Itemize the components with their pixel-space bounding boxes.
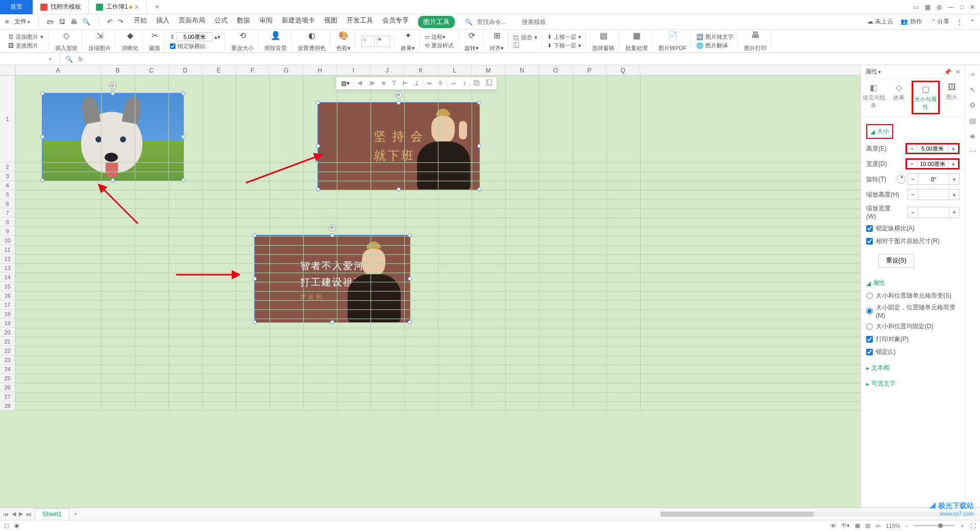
batch-button[interactable]: ▦批量处理 [621, 31, 652, 52]
tab-close-icon[interactable]: ✕ [134, 4, 139, 11]
expand-icon[interactable]: ⌃ [970, 18, 975, 26]
section-textbox[interactable]: ▸ 文本框 [866, 364, 960, 372]
row-header[interactable]: 15 [0, 282, 15, 291]
radio-move-size[interactable] [866, 293, 873, 299]
bring-forward-button[interactable]: ⬆ 上移一层▾ [547, 33, 581, 41]
section-properties[interactable]: ◢ 属性 [866, 279, 960, 287]
menu-tab-8[interactable]: 开发工具 [347, 16, 373, 28]
col-header[interactable]: F [236, 65, 270, 75]
translate-button[interactable]: 🌐 图片翻译 [696, 42, 733, 50]
panel-tab-picture[interactable]: 🖼图片 [940, 81, 965, 114]
rotate-spinner[interactable]: −＋ [908, 174, 960, 185]
relative-size-checkbox[interactable] [866, 238, 873, 245]
col-header[interactable]: P [573, 65, 606, 75]
status-record-icon[interactable]: ▢ [4, 522, 9, 529]
resize-handle[interactable] [181, 178, 185, 182]
reset-style-button[interactable]: ⟲ 重设样式 [425, 42, 454, 50]
style2-icon[interactable]: ☀ [377, 36, 390, 47]
new-tab-button[interactable]: ＋ [147, 2, 167, 12]
add-sheet-button[interactable]: ＋ [72, 510, 79, 518]
resize-handle[interactable] [316, 144, 320, 148]
lock-aspect-checkbox[interactable] [866, 225, 873, 232]
user-icon[interactable]: ◍ [937, 4, 942, 11]
cloud-status[interactable]: ☁ 未上云 [867, 17, 893, 26]
col-header[interactable]: A [15, 65, 101, 75]
rail-layers-icon[interactable]: ▤ [969, 116, 976, 125]
image-poster1[interactable]: ⟳ 坚 持 会 就下班 [317, 102, 480, 190]
sheet-tab-1[interactable]: Sheet1 [35, 509, 69, 519]
undo-icon[interactable]: ↶ [107, 18, 113, 26]
row-header[interactable]: 21 [0, 337, 15, 346]
zoom-out-button[interactable]: − [905, 523, 909, 529]
radio-move-only[interactable] [866, 308, 873, 315]
select-all-corner[interactable] [0, 65, 15, 75]
style1-icon[interactable]: ☼ [361, 36, 375, 47]
section-alt-text[interactable]: ▸ 可选文字 [866, 379, 960, 388]
col-header[interactable]: E [202, 65, 236, 75]
rail-style-icon[interactable]: ✧ [970, 70, 976, 79]
share-button[interactable]: ↗ 分享 [929, 17, 949, 26]
row-header[interactable]: 24 [0, 365, 15, 374]
ungroup-button[interactable]: ⿺ [513, 42, 537, 49]
row-header[interactable]: 8 [0, 218, 15, 227]
col-header[interactable]: I [337, 65, 371, 75]
panel-tab-fill[interactable]: ◧填充与线条 [861, 81, 886, 114]
rail-select-icon[interactable]: ↖ [970, 86, 976, 94]
image-dog[interactable]: ⟳ [42, 93, 184, 181]
print-icon[interactable]: 🖶 [70, 18, 77, 26]
tab-templates[interactable]: 找稻壳模板 [33, 0, 89, 14]
scale-h-spinner[interactable]: −＋ [908, 189, 960, 200]
row-header[interactable]: 1 [0, 76, 15, 162]
resize-handle[interactable] [316, 187, 320, 191]
search-command-input[interactable] [477, 18, 518, 26]
transparency-button[interactable]: ◐设置透明色 [293, 31, 330, 52]
row-header[interactable]: 2 [0, 162, 15, 172]
row-header[interactable]: 27 [0, 392, 15, 401]
resize-handle[interactable] [330, 233, 334, 237]
resize-handle[interactable] [40, 135, 44, 139]
resize-handle[interactable] [408, 277, 412, 281]
col-header[interactable]: B [101, 65, 135, 75]
menu-tab-5[interactable]: 审阅 [259, 16, 273, 28]
change-image-button[interactable]: 🖼 更改图片 [8, 42, 43, 50]
remove-bg-button[interactable]: 👤抠除背景 [260, 31, 291, 52]
col-header[interactable]: M [472, 65, 505, 75]
more-icon[interactable]: ⋮ [957, 18, 963, 26]
search-template-input[interactable] [522, 18, 562, 26]
ft-align-bot-icon[interactable]: ⊥ [411, 78, 422, 88]
menu-tab-3[interactable]: 公式 [214, 16, 228, 28]
save-icon[interactable]: 🖫 [59, 18, 65, 26]
menu-tab-4[interactable]: 数据 [237, 16, 250, 28]
row-header[interactable]: 5 [0, 190, 15, 199]
zoom-slider[interactable] [914, 525, 954, 526]
col-header[interactable]: C [135, 65, 168, 75]
rotate-button[interactable]: ⟳旋转▾ [460, 31, 483, 52]
fx-search-icon[interactable]: 🔍 [65, 56, 73, 63]
row-header[interactable]: 9 [0, 227, 15, 236]
rotate-handle-icon[interactable]: ⟳ [329, 224, 336, 231]
print-object-checkbox[interactable] [866, 336, 873, 343]
row-header[interactable]: 28 [0, 401, 15, 411]
sharpen-button[interactable]: ◆清晰化 [117, 31, 143, 52]
row-header[interactable]: 22 [0, 346, 15, 355]
lock-ratio-checkbox[interactable] [170, 43, 176, 49]
menu-tab-10[interactable]: 图片工具 [418, 16, 455, 28]
send-backward-button[interactable]: ⬇ 下移一层▾ [547, 42, 581, 50]
col-header[interactable]: J [371, 65, 404, 75]
menu-tab-9[interactable]: 会员专享 [382, 16, 409, 28]
open-icon[interactable]: 🗁 [47, 18, 54, 26]
view-page-icon[interactable]: ▭ [875, 522, 880, 529]
to-pdf-button[interactable]: 📄图片转PDF [654, 31, 691, 52]
resize-handle[interactable] [111, 178, 115, 182]
selection-pane-button[interactable]: ▤选择窗格 [588, 31, 619, 52]
redo-icon[interactable]: ↷ [118, 18, 124, 26]
col-header[interactable]: D [168, 65, 202, 75]
menu-tab-7[interactable]: 视图 [324, 16, 337, 28]
rotate-handle-icon[interactable]: ⟳ [109, 82, 116, 89]
row-header[interactable]: 12 [0, 254, 15, 263]
menu-icon[interactable]: ≡ [5, 18, 9, 26]
col-header[interactable]: G [270, 65, 303, 75]
row-header[interactable]: 14 [0, 273, 15, 282]
add-image-button[interactable]: 🖻 添加图片 ▾ [8, 33, 43, 41]
scale-w-spinner[interactable]: −＋ [908, 207, 960, 218]
